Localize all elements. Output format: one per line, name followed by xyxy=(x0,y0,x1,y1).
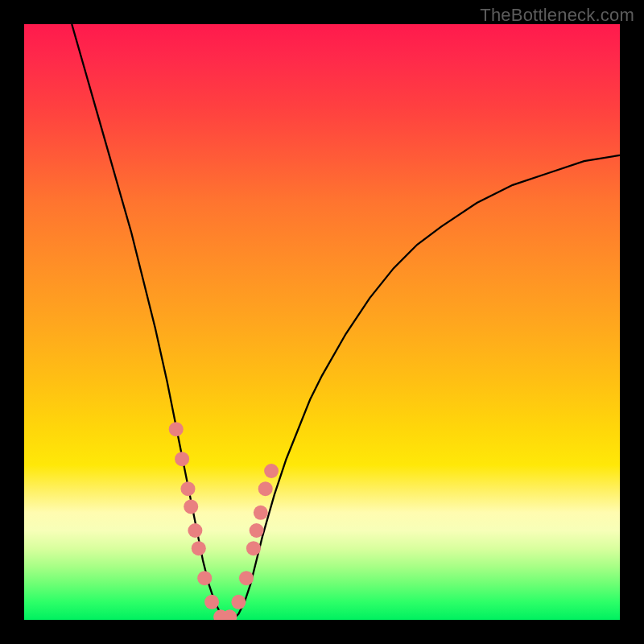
curve-marker xyxy=(250,523,264,538)
curve-marker xyxy=(231,595,246,609)
curve-marker xyxy=(204,595,219,609)
curve-marker xyxy=(264,464,279,478)
curve-marker xyxy=(239,571,254,585)
curve-marker xyxy=(197,571,212,585)
curve-marker xyxy=(246,541,261,555)
curve-marker xyxy=(254,506,268,520)
bottleneck-curve xyxy=(72,24,620,620)
curve-marker xyxy=(188,523,202,538)
curve-marker xyxy=(175,452,189,466)
plot-area xyxy=(24,24,620,620)
curve-marker xyxy=(192,541,206,555)
curve-marker xyxy=(169,422,184,436)
curve-marker xyxy=(184,499,198,514)
chart-frame: TheBottleneck.com xyxy=(0,0,644,644)
chart-svg xyxy=(24,24,620,620)
watermark-text: TheBottleneck.com xyxy=(480,5,634,26)
curve-marker-group xyxy=(169,422,279,620)
curve-marker xyxy=(258,481,273,496)
curve-marker xyxy=(181,481,196,496)
